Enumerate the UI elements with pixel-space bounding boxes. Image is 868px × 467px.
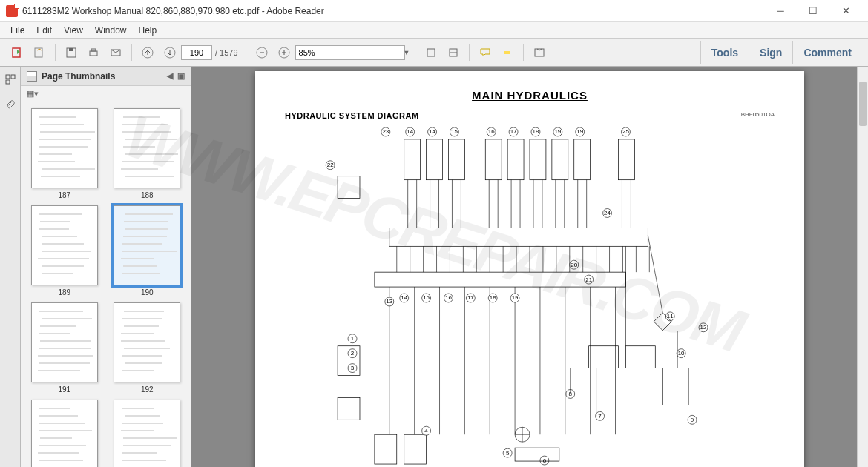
- sign-button[interactable]: Sign: [749, 41, 792, 64]
- comment-button[interactable]: Comment: [792, 41, 862, 64]
- svg-text:3: 3: [351, 365, 355, 371]
- svg-rect-107: [404, 434, 427, 464]
- fit-page-icon[interactable]: [421, 43, 441, 62]
- vertical-scrollbar[interactable]: [857, 67, 868, 467]
- svg-text:1: 1: [351, 335, 355, 342]
- create-pdf-icon[interactable]: [30, 43, 49, 62]
- svg-text:22: 22: [327, 162, 334, 168]
- toolbar: / 1579 ▼ Tools Sign Comment: [0, 39, 868, 67]
- svg-text:14: 14: [429, 128, 435, 135]
- page-number-input[interactable]: [181, 45, 212, 60]
- svg-rect-106: [375, 434, 397, 464]
- svg-text:2: 2: [351, 350, 355, 357]
- export-pdf-icon[interactable]: [7, 43, 27, 62]
- menu-help[interactable]: Help: [133, 24, 163, 37]
- thumbnail-page-192[interactable]: [114, 302, 180, 382]
- pdf-page: MAIN HYDRAULICS HYDRAULIC SYSTEM DIAGRAM…: [255, 71, 804, 467]
- thumbnails-scroll[interactable]: 187188189190191192193194195196: [21, 101, 191, 467]
- thumbnail-page-187[interactable]: [31, 108, 98, 188]
- email-icon[interactable]: [106, 43, 125, 62]
- svg-text:18: 18: [490, 294, 496, 301]
- svg-text:21: 21: [585, 276, 592, 283]
- thumbnail-number: 187: [58, 191, 70, 199]
- svg-text:19: 19: [512, 294, 519, 301]
- svg-rect-43: [574, 139, 591, 180]
- tools-button[interactable]: Tools: [700, 41, 749, 64]
- thumbnail-page-191[interactable]: [31, 302, 98, 382]
- page-title: MAIN HYDRAULICS: [472, 89, 588, 102]
- svg-rect-90: [338, 176, 360, 199]
- svg-line-159: [648, 235, 662, 313]
- svg-text:16: 16: [488, 128, 495, 135]
- thumbnail-page-193[interactable]: [31, 400, 98, 467]
- thumbnail-page-188[interactable]: [114, 108, 180, 188]
- save-icon[interactable]: [62, 43, 81, 62]
- zoom-in-icon[interactable]: [274, 43, 294, 62]
- menu-window[interactable]: Window: [89, 24, 133, 37]
- comment-icon[interactable]: [476, 43, 495, 62]
- svg-text:11: 11: [667, 313, 674, 319]
- svg-rect-31: [485, 139, 502, 180]
- minimize-button[interactable]: ─: [764, 1, 797, 21]
- fit-width-icon[interactable]: [444, 43, 463, 62]
- thumbnails-close-icon[interactable]: ▣: [177, 71, 185, 81]
- svg-rect-120: [589, 346, 619, 368]
- svg-rect-14: [427, 49, 435, 56]
- window-title: 6111283M2 Workshop Manual 820,860,880,97…: [22, 6, 764, 16]
- page-code: BHF0501OA: [741, 111, 775, 118]
- document-view[interactable]: MAIN HYDRAULICS HYDRAULIC SYSTEM DIAGRAM…: [191, 67, 868, 467]
- svg-rect-4: [90, 51, 97, 56]
- page-subtitle: HYDRAULIC SYSTEM DIAGRAM: [285, 111, 419, 120]
- thumbnails-collapse-icon[interactable]: ◀: [167, 71, 173, 81]
- thumbnail-page-194[interactable]: [114, 400, 180, 467]
- svg-text:19: 19: [554, 128, 561, 135]
- menubar: File Edit View Window Help: [0, 22, 868, 39]
- thumbnail-number: 188: [141, 191, 154, 199]
- svg-rect-34: [507, 139, 524, 180]
- thumbnail-number: 192: [141, 385, 154, 394]
- zoom-out-icon[interactable]: [252, 43, 272, 62]
- thumbnail-page-189[interactable]: [31, 205, 98, 285]
- titlebar: 6111283M2 Workshop Manual 820,860,880,97…: [0, 0, 868, 22]
- zoom-select[interactable]: [295, 45, 405, 60]
- svg-text:7: 7: [598, 413, 602, 420]
- svg-text:23: 23: [382, 128, 389, 135]
- navigation-pane: [0, 67, 21, 467]
- workspace: Page Thumbnails ◀ ▣ ▦▾ 18718818919019119…: [0, 67, 868, 467]
- thumbnail-page-190[interactable]: [114, 205, 180, 285]
- svg-rect-5: [91, 49, 96, 51]
- svg-text:14: 14: [407, 128, 413, 135]
- menu-edit[interactable]: Edit: [30, 24, 58, 37]
- close-button[interactable]: ✕: [829, 1, 862, 21]
- svg-rect-122: [662, 368, 688, 405]
- read-mode-icon[interactable]: [530, 43, 549, 62]
- svg-text:12: 12: [700, 324, 707, 331]
- svg-text:14: 14: [401, 294, 407, 301]
- thumbnails-options-icon[interactable]: ▦▾: [27, 89, 39, 99]
- svg-text:17: 17: [510, 128, 517, 135]
- svg-rect-121: [625, 346, 655, 368]
- highlight-icon[interactable]: [498, 43, 517, 62]
- next-page-icon[interactable]: [160, 43, 180, 62]
- menu-view[interactable]: View: [58, 24, 89, 37]
- svg-text:13: 13: [386, 298, 392, 305]
- print-icon[interactable]: [84, 43, 103, 62]
- maximize-button[interactable]: ☐: [797, 1, 829, 21]
- menu-file[interactable]: File: [4, 24, 30, 37]
- svg-rect-19: [6, 75, 10, 79]
- svg-text:6: 6: [543, 457, 547, 464]
- attachments-tab-icon[interactable]: [4, 98, 17, 111]
- svg-text:15: 15: [451, 128, 458, 135]
- hydraulic-diagram: 2314141516171819192522123456978101112131…: [277, 125, 782, 467]
- svg-text:19: 19: [576, 128, 583, 135]
- svg-rect-69: [389, 228, 648, 246]
- svg-rect-20: [11, 75, 15, 79]
- page-thumbnails-panel: Page Thumbnails ◀ ▣ ▦▾ 18718818919019119…: [21, 67, 191, 467]
- thumbnails-tab-icon[interactable]: [4, 73, 17, 86]
- svg-text:20: 20: [571, 262, 577, 268]
- svg-rect-46: [618, 139, 634, 180]
- svg-text:16: 16: [445, 294, 452, 301]
- svg-rect-93: [338, 346, 360, 376]
- svg-text:4: 4: [424, 428, 428, 434]
- prev-page-icon[interactable]: [138, 43, 157, 62]
